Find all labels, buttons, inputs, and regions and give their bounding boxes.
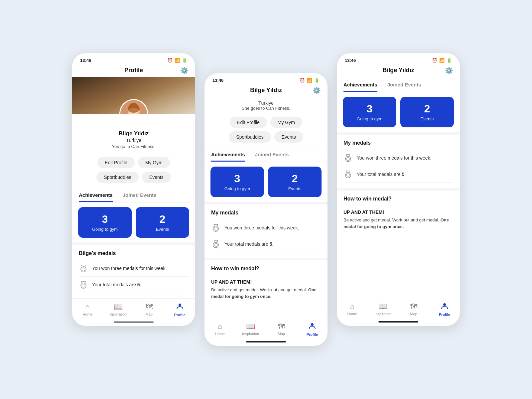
svg-point-11 [214,227,217,230]
edit-profile-button-1[interactable]: Edit Profile [97,157,135,168]
profile-icon-3 [441,302,448,312]
nav-profile-label-1: Profile [174,313,186,317]
nav-inspiration-2[interactable]: 📖 Inspiration [241,322,261,336]
status-bar-1: 13:46 ⏰ 📶 🔋 [72,53,195,65]
sportbuddies-button-2[interactable]: Sportbuddies [229,131,271,143]
ach-number-events-1: 2 [140,213,185,225]
sportbuddies-button-1[interactable]: Sportbuddies [96,172,139,183]
medal-icon-3a [343,153,353,163]
nav-map-1[interactable]: 🗺 Map [139,303,159,317]
phone-3: 13:46 ⏰ 📶 🔋 Bilge Yıldız ⚙️ Achievements… [337,53,460,326]
nav-profile-2[interactable]: Profile [302,322,322,336]
phone-2: 13:46 ⏰ 📶 🔋 Bilge Yıldız ⚙️ Türkiye She … [204,73,328,346]
nav-map-label-3: Map [410,312,417,316]
achievement-section-1: 3 Going to gym 2 Events [72,202,195,242]
ach-card-gym-3: 3 Going to gym [343,97,396,127]
inspiration-icon-1: 📖 [114,303,123,311]
inspiration-icon-3: 📖 [378,302,387,311]
tabs-1: Achievements Joined Events [72,188,195,202]
phone2-bio: She goes to Can Fitness. [211,106,321,111]
medal-text-3b: Your total medals are 5. [357,172,406,177]
tab-achievements-3[interactable]: Achievements [343,78,377,92]
achievement-cards-3: 3 Going to gym 2 Events [343,97,454,127]
ach-card-gym-1: 3 Going to gym [78,207,132,238]
medal-text-1: You won three medals for this week. [92,266,167,271]
medal-icon-2 [79,280,88,289]
ach-label-events-2: Events [272,186,318,191]
bottom-nav-3: ⌂ Home 📖 Inspiration 🗺 Map Profile [337,298,460,319]
wifi-icon-3: 📶 [439,58,445,63]
bottom-nav-1: ⌂ Home 📖 Inspiration 🗺 Map Profile [72,298,195,320]
screen-container: 13:46 ⏰ 📶 🔋 Profile ⚙️ [72,53,460,346]
nav-home-2[interactable]: ⌂ Home [210,322,230,336]
bottom-nav-2: ⌂ Home 📖 Inspiration 🗺 Map Profile [204,318,328,339]
home-indicator-3 [378,321,418,323]
nav-map-3[interactable]: 🗺 Map [404,302,424,317]
svg-point-5 [81,267,86,272]
home-icon-3: ⌂ [350,302,354,311]
my-gym-button-2[interactable]: My Gym [270,117,302,128]
tab-joined-events-3[interactable]: Joined Events [387,78,421,92]
howto-divider-3 [350,206,447,206]
wifi-icon: 📶 [175,58,180,63]
nav-home-label-1: Home [83,312,92,316]
edit-profile-button-2[interactable]: Edit Profile [230,117,267,128]
howto-section-3: How to win medal? UP AND AT THEM! Be act… [337,188,460,235]
nav-profile-label-2: Profile [307,332,318,336]
howto-text-main-2: Be active and get medal. Work out and ge… [211,287,308,292]
medal-item-1: You won three medals for this week. [79,260,189,277]
howto-section-2: How to win medal? UP AND AT THEM! Be act… [204,258,328,305]
tab-joined-events-2[interactable]: Joined Events [255,148,289,162]
ach-label-gym-3: Going to gym [347,116,392,121]
nav-profile-1[interactable]: Profile [170,303,190,317]
medal-icon-3b [343,170,353,179]
nav-inspiration-3[interactable]: 📖 Inspiration [373,302,393,317]
gear-icon-2[interactable]: ⚙️ [313,86,321,94]
achievement-section-2: 3 Going to gym 2 Events [204,162,328,202]
avatar [119,99,148,114]
medal-icon-2b [211,239,220,249]
nav-profile-3[interactable]: Profile [435,302,455,317]
howto-text-2: Be active and get medal. Work out and ge… [211,287,321,300]
profile-bio-1: You go to Can Fitness. [79,144,189,149]
avatar-image [120,100,147,114]
svg-point-10 [213,226,218,231]
ach-number-gym-3: 3 [347,103,392,115]
nav-home-3[interactable]: ⌂ Home [342,302,362,317]
ach-card-events-2: 2 Events [268,167,322,197]
howto-content-3: UP AND AT THEM! Be active and get medal.… [343,209,453,230]
medal-text-2a: You won three medals for this week. [224,225,299,230]
medal-icon-1 [79,264,88,273]
svg-point-8 [82,284,85,287]
tab-joined-events-1[interactable]: Joined Events [123,189,157,202]
nav-home-1[interactable]: ⌂ Home [77,303,97,317]
ach-number-gym-1: 3 [82,213,128,225]
page-title-1: Profile [124,67,143,74]
nav-inspiration-label-2: Inspiration [242,332,259,336]
ach-card-gym-2: 3 Going to gym [210,167,264,197]
ach-label-gym-2: Going to gym [214,186,260,191]
profile-icon-1 [176,303,184,312]
tab-achievements-1[interactable]: Achievements [79,189,113,202]
achievement-section-3: 3 Going to gym 2 Events [337,92,460,132]
status-icons-2: ⏰ 📶 🔋 [300,78,320,83]
svg-point-13 [214,243,217,247]
howto-text-3: Be active and get medal. Work out and ge… [343,217,453,230]
howto-text-main-3: Be active and get medal. Work out and ge… [343,217,441,222]
svg-point-9 [179,304,181,306]
header-2: Bilge Yıldız ⚙️ [204,85,328,97]
medal-item-3a: You won three medals for this week. [343,150,453,166]
events-button-1[interactable]: Events [142,172,171,183]
status-icons-3: ⏰ 📶 🔋 [432,58,452,63]
svg-point-15 [345,156,351,162]
howto-title-2: How to win medal? [211,266,321,272]
inspiration-icon-2: 📖 [246,322,255,331]
tab-achievements-2[interactable]: Achievements [211,148,245,162]
svg-point-7 [81,283,86,288]
nav-inspiration-1[interactable]: 📖 Inspiration [108,303,128,317]
gear-icon-1[interactable]: ⚙️ [180,66,189,74]
gear-icon-3[interactable]: ⚙️ [445,66,453,74]
my-gym-button-1[interactable]: My Gym [138,157,170,168]
nav-map-2[interactable]: 🗺 Map [271,322,291,336]
events-button-2[interactable]: Events [274,131,303,143]
